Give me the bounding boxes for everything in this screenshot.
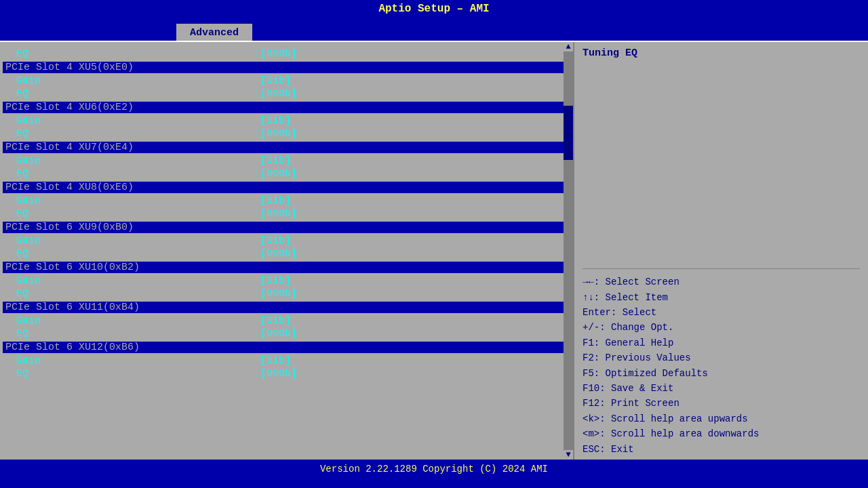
- key-hint: F2: Previous Values: [583, 350, 860, 365]
- key-hint: ↑↓: Select Item: [583, 290, 860, 305]
- section-header-22: PCIe Slot 6 XU12(0xB6): [3, 342, 570, 353]
- scroll-up-arrow[interactable]: ▲: [564, 42, 573, 52]
- list-item[interactable]: Gain[01b]: [3, 354, 570, 367]
- item-label: EQ: [3, 248, 206, 260]
- item-label: EQ: [3, 288, 206, 300]
- item-label: Gain: [3, 355, 206, 367]
- app-title: Aptio Setup – AMI: [378, 3, 489, 15]
- item-value: [000b]: [206, 248, 297, 260]
- item-value: [01b]: [206, 275, 291, 287]
- key-help: →←: Select Screen↑↓: Select ItemEnter: S…: [583, 274, 860, 457]
- tab-advanced[interactable]: Advanced: [176, 24, 252, 41]
- main-content: EQ[000b]PCIe Slot 4 XU5(0xE0)Gain[01b]EQ…: [0, 41, 868, 460]
- list-container: EQ[000b]PCIe Slot 4 XU5(0xE0)Gain[01b]EQ…: [3, 47, 570, 380]
- item-label: EQ: [3, 128, 206, 140]
- item-label: EQ: [3, 168, 206, 180]
- item-label: Gain: [3, 155, 206, 167]
- list-item[interactable]: EQ[000b]: [3, 127, 570, 140]
- list-item[interactable]: EQ[000b]: [3, 47, 570, 60]
- item-label: Gain: [3, 115, 206, 127]
- section-header-7: PCIe Slot 4 XU7(0xE4): [3, 142, 570, 153]
- key-hint: Enter: Select: [583, 305, 860, 320]
- scroll-down-arrow[interactable]: ▼: [564, 450, 573, 460]
- item-value: [01b]: [206, 115, 291, 127]
- item-label: Gain: [3, 275, 206, 287]
- section-header-10: PCIe Slot 4 XU8(0xE6): [3, 182, 570, 193]
- item-value: [01b]: [206, 195, 291, 207]
- scroll-thumb[interactable]: [564, 106, 573, 160]
- item-value: [01b]: [206, 235, 291, 247]
- title-bar: Aptio Setup – AMI: [0, 0, 868, 19]
- key-hint: F5: Optimized Defaults: [583, 366, 860, 381]
- list-item[interactable]: EQ[000b]: [3, 327, 570, 340]
- item-label: Gain: [3, 195, 206, 207]
- item-value: [01b]: [206, 355, 291, 367]
- list-item[interactable]: EQ[000b]: [3, 247, 570, 260]
- list-item[interactable]: EQ[000b]: [3, 367, 570, 380]
- item-label: EQ: [3, 328, 206, 340]
- list-item[interactable]: Gain[01b]: [3, 155, 570, 167]
- item-value: [000b]: [206, 288, 297, 300]
- right-panel: Tuning EQ →←: Select Screen↑↓: Select It…: [573, 42, 868, 460]
- tab-bar: Advanced: [0, 19, 868, 41]
- item-label: EQ: [3, 88, 206, 100]
- list-item[interactable]: EQ[000b]: [3, 167, 570, 180]
- item-value: [000b]: [206, 168, 297, 180]
- footer: Version 2.22.1289 Copyright (C) 2024 AMI: [0, 460, 868, 479]
- item-value: [000b]: [206, 128, 297, 140]
- item-label: Gain: [3, 315, 206, 327]
- help-divider: [583, 268, 860, 269]
- item-label: EQ: [3, 368, 206, 380]
- item-value: [01b]: [206, 75, 291, 87]
- list-item[interactable]: Gain[01b]: [3, 314, 570, 327]
- key-hint: <m>: Scroll help area downwards: [583, 426, 860, 441]
- item-label: EQ: [3, 208, 206, 220]
- key-hint: F12: Print Screen: [583, 396, 860, 411]
- section-header-1: PCIe Slot 4 XU5(0xE0): [3, 62, 570, 73]
- list-item[interactable]: Gain[01b]: [3, 274, 570, 287]
- scrollbar[interactable]: ▲ ▼: [564, 42, 573, 460]
- list-item[interactable]: Gain[01b]: [3, 235, 570, 247]
- key-hint: ESC: Exit: [583, 442, 860, 457]
- version-text: Version 2.22.1289 Copyright (C) 2024 AMI: [320, 464, 548, 474]
- item-value: [000b]: [206, 328, 297, 340]
- list-item[interactable]: Gain[01b]: [3, 195, 570, 207]
- item-value: [000b]: [206, 88, 297, 100]
- item-value: [01b]: [206, 315, 291, 327]
- item-value: [000b]: [206, 208, 297, 220]
- list-item[interactable]: Gain[01b]: [3, 115, 570, 127]
- list-item[interactable]: EQ[000b]: [3, 87, 570, 100]
- item-label: Gain: [3, 235, 206, 247]
- key-hint: →←: Select Screen: [583, 274, 860, 289]
- section-header-19: PCIe Slot 6 XU11(0xB4): [3, 302, 570, 313]
- list-item[interactable]: Gain[01b]: [3, 75, 570, 87]
- left-panel: EQ[000b]PCIe Slot 4 XU5(0xE0)Gain[01b]EQ…: [0, 42, 573, 460]
- list-item[interactable]: EQ[000b]: [3, 287, 570, 300]
- section-header-4: PCIe Slot 4 XU6(0xE2): [3, 102, 570, 113]
- item-value: [000b]: [206, 48, 297, 60]
- list-item[interactable]: EQ[000b]: [3, 207, 570, 220]
- item-value: [000b]: [206, 368, 297, 380]
- key-hint: F1: General Help: [583, 336, 860, 350]
- key-hint: <k>: Scroll help area upwards: [583, 411, 860, 426]
- key-hint: +/-: Change Opt.: [583, 320, 860, 335]
- item-label: Gain: [3, 75, 206, 87]
- section-header-16: PCIe Slot 6 XU10(0xB2): [3, 262, 570, 273]
- help-title: Tuning EQ: [583, 47, 860, 59]
- item-label: EQ: [3, 48, 206, 60]
- section-header-13: PCIe Slot 6 XU9(0xB0): [3, 222, 570, 233]
- item-value: [01b]: [206, 155, 291, 167]
- key-hint: F10: Save & Exit: [583, 381, 860, 396]
